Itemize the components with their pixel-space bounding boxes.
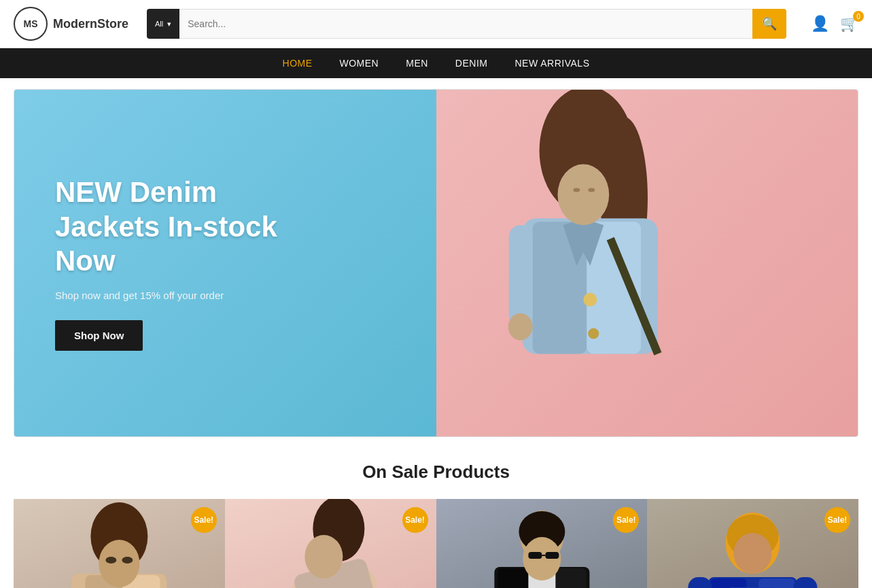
hero-wrapper: NEW Denim Jackets In-stock Now Shop now … bbox=[0, 78, 872, 448]
svg-rect-44 bbox=[759, 578, 795, 588]
logo-area: MS ModernStore bbox=[14, 7, 136, 41]
category-dropdown[interactable]: All ▾ bbox=[147, 9, 179, 39]
product-card-1[interactable]: Sale! bbox=[14, 499, 225, 588]
hero-image bbox=[309, 90, 858, 436]
chevron-down-icon: ▾ bbox=[167, 20, 171, 29]
svg-rect-37 bbox=[545, 552, 559, 559]
logo-icon: MS bbox=[14, 7, 48, 41]
search-area: All ▾ 🔍 bbox=[147, 9, 786, 39]
category-label: All bbox=[155, 20, 163, 28]
svg-point-12 bbox=[574, 188, 580, 192]
svg-point-11 bbox=[558, 165, 610, 226]
sale-badge-2: Sale! bbox=[402, 507, 428, 533]
svg-point-8 bbox=[584, 293, 597, 307]
search-button[interactable]: 🔍 bbox=[752, 9, 786, 39]
nav-item-home[interactable]: HOME bbox=[283, 58, 313, 69]
header-icons: 👤 🛒 0 bbox=[811, 15, 858, 33]
hero-content: NEW Denim Jackets In-stock Now Shop now … bbox=[14, 135, 341, 391]
svg-point-13 bbox=[589, 188, 595, 192]
sale-badge-3: Sale! bbox=[613, 507, 639, 533]
search-icon: 🔍 bbox=[762, 16, 777, 31]
nav-item-women[interactable]: WOMEN bbox=[340, 58, 379, 69]
on-sale-section: On Sale Products Sale! bbox=[0, 448, 872, 588]
nav-item-men[interactable]: MEN bbox=[406, 58, 428, 69]
navbar: HOME WOMEN MEN DENIM NEW ARRIVALS bbox=[0, 48, 872, 78]
svg-point-28 bbox=[304, 535, 343, 578]
svg-point-9 bbox=[589, 328, 599, 339]
svg-point-21 bbox=[99, 540, 139, 587]
sale-badge-4: Sale! bbox=[824, 507, 850, 533]
search-input[interactable] bbox=[179, 9, 752, 39]
hero-banner: NEW Denim Jackets In-stock Now Shop now … bbox=[14, 89, 858, 437]
product-card-3[interactable]: Sale! bbox=[436, 499, 648, 588]
svg-rect-14 bbox=[509, 225, 533, 326]
svg-rect-36 bbox=[528, 552, 542, 559]
nav-item-new-arrivals[interactable]: NEW ARRIVALS bbox=[515, 58, 589, 69]
hero-figure-svg bbox=[309, 90, 858, 436]
logo-text: ModernStore bbox=[53, 17, 128, 31]
account-button[interactable]: 👤 bbox=[811, 15, 829, 33]
user-icon: 👤 bbox=[811, 15, 829, 32]
hero-subtitle: Shop now and get 15% off your order bbox=[55, 290, 300, 301]
svg-rect-43 bbox=[711, 578, 747, 588]
svg-point-22 bbox=[105, 557, 116, 564]
cart-button[interactable]: 🛒 0 bbox=[840, 15, 858, 33]
section-title: On Sale Products bbox=[14, 462, 858, 483]
nav-item-denim[interactable]: DENIM bbox=[455, 58, 488, 69]
shop-now-button[interactable]: Shop Now bbox=[55, 320, 143, 351]
hero-title: NEW Denim Jackets In-stock Now bbox=[55, 175, 300, 278]
svg-rect-48 bbox=[794, 577, 818, 588]
svg-point-23 bbox=[122, 557, 133, 564]
product-card-2[interactable]: Sale! bbox=[225, 499, 436, 588]
svg-point-41 bbox=[734, 533, 772, 574]
sale-badge-1: Sale! bbox=[191, 507, 217, 533]
products-grid: Sale! Sale! bbox=[14, 499, 858, 588]
cart-badge: 0 bbox=[853, 11, 864, 22]
svg-point-15 bbox=[508, 313, 533, 341]
svg-rect-47 bbox=[688, 577, 712, 588]
product-card-4[interactable]: PISTONS Sale! bbox=[647, 499, 858, 588]
header: MS ModernStore All ▾ 🔍 👤 🛒 0 bbox=[0, 0, 872, 48]
